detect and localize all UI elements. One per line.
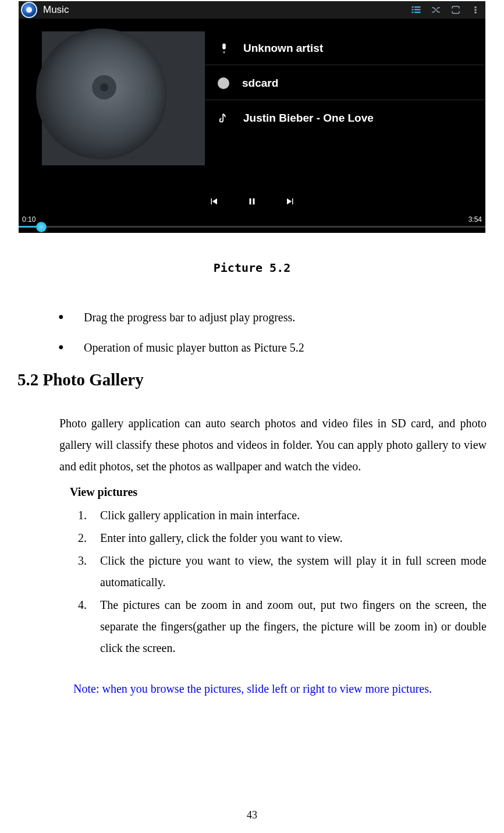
note-text: Note: when you browse the pictures, slid… — [73, 682, 487, 696]
svg-rect-10 — [253, 198, 255, 205]
svg-rect-4 — [412, 12, 414, 13]
bullet-item: Drag the progress bar to adjust play pro… — [58, 310, 487, 325]
list-item[interactable]: Unknown artist — [205, 31, 484, 65]
track-list: Unknown artist sdcard Justin Bieber - On… — [205, 31, 484, 190]
mic-icon — [218, 42, 230, 55]
svg-rect-5 — [414, 12, 421, 13]
page-number: 43 — [0, 809, 504, 821]
note-icon — [218, 112, 230, 125]
pause-button[interactable] — [247, 196, 257, 209]
prev-button[interactable] — [208, 196, 219, 209]
svg-rect-2 — [412, 9, 414, 10]
track-label: sdcard — [242, 77, 278, 90]
progress-thumb[interactable] — [36, 222, 47, 232]
next-button[interactable] — [285, 196, 296, 209]
progress-bar[interactable]: 0:10 3:54 — [19, 215, 485, 233]
disc-icon — [218, 77, 229, 89]
figure-caption: Picture 5.2 — [17, 261, 487, 275]
shuffle-icon[interactable] — [426, 1, 446, 19]
bullet-item: Operation of music player button as Pict… — [58, 340, 487, 355]
numbered-steps: Click gallery application in main interf… — [90, 505, 487, 659]
list-icon[interactable] — [406, 1, 426, 19]
svg-rect-8 — [475, 12, 477, 13]
svg-rect-6 — [475, 6, 477, 8]
repeat-icon[interactable] — [446, 1, 466, 19]
track-label: Unknown artist — [243, 42, 323, 55]
step-item: Enter into gallery, click the folder you… — [90, 527, 487, 549]
svg-rect-3 — [414, 9, 421, 10]
transport-controls — [19, 190, 485, 215]
intro-paragraph: Photo gallery application can auto searc… — [59, 413, 487, 477]
sub-heading: View pictures — [70, 485, 487, 499]
svg-rect-9 — [250, 198, 251, 205]
music-player-screenshot: Music — [19, 1, 485, 233]
section-heading: 5.2 Photo Gallery — [17, 370, 487, 389]
app-title: Music — [43, 4, 69, 16]
step-item: The pictures can be zoom in and zoom out… — [90, 594, 487, 659]
list-item[interactable]: Justin Bieber - One Love — [205, 101, 484, 135]
track-label: Justin Bieber - One Love — [243, 112, 374, 125]
player-header: Music — [19, 1, 485, 19]
step-item: Click the picture you want to view, the … — [90, 550, 487, 593]
step-item: Click gallery application in main interf… — [90, 505, 487, 526]
svg-rect-1 — [414, 6, 421, 8]
svg-rect-0 — [412, 6, 414, 8]
album-art — [42, 31, 205, 165]
time-total: 3:54 — [468, 215, 482, 224]
overflow-menu-icon[interactable] — [466, 1, 485, 19]
bullet-list: Drag the progress bar to adjust play pro… — [58, 310, 487, 355]
list-item[interactable]: sdcard — [205, 66, 484, 100]
svg-rect-7 — [475, 9, 477, 11]
music-app-icon — [21, 2, 37, 18]
time-elapsed: 0:10 — [22, 215, 36, 224]
